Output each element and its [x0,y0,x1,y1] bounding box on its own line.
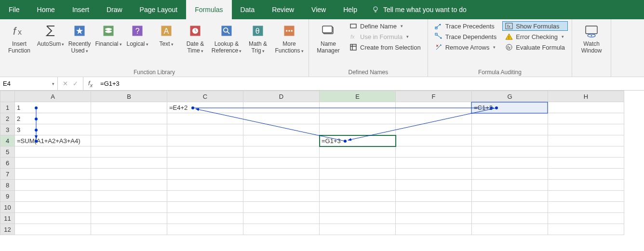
cell-d2[interactable] [243,113,320,124]
tab-data[interactable]: Data [232,0,264,19]
cell-d1[interactable] [243,102,320,113]
spreadsheet-grid[interactable]: A B C D E F G H 11=E4+2=C1+222334=SUM(A1… [0,91,644,235]
cell-g10[interactable] [472,202,548,213]
cell-f3[interactable] [396,124,472,135]
cell-g12[interactable] [472,224,548,235]
cell-f6[interactable] [396,158,472,169]
cell-b4[interactable] [91,135,167,146]
cell-h8[interactable] [548,180,624,191]
tab-insert[interactable]: Insert [64,0,98,19]
cell-f4[interactable] [396,135,472,146]
cell-b1[interactable] [91,102,167,113]
fx-icon[interactable]: fx [83,77,97,90]
trace-dependents-button[interactable]: Trace Dependents [432,32,499,41]
cell-h7[interactable] [548,169,624,180]
cell-b11[interactable] [91,213,167,224]
create-from-selection-button[interactable]: Create from Selection [347,42,424,52]
name-box[interactable]: E4 ▾ [0,77,58,90]
math-trig-button[interactable]: θ Math & Trig▾ [245,21,271,56]
cell-c2[interactable] [167,113,243,124]
cell-e10[interactable] [320,202,396,213]
cell-f5[interactable] [396,146,472,158]
cell-c9[interactable] [167,191,243,202]
cell-g5[interactable] [472,146,548,158]
cell-e1[interactable] [320,102,396,113]
cell-e2[interactable] [320,113,396,124]
row-header[interactable]: 7 [0,169,15,180]
cell-f9[interactable] [396,191,472,202]
cell-c3[interactable] [167,124,243,135]
remove-arrows-button[interactable]: Remove Arrows▾ [432,42,499,52]
watch-window-button[interactable]: Watch Window [576,21,607,56]
cell-h10[interactable] [548,202,624,213]
select-all-corner[interactable] [0,91,15,102]
cell-c5[interactable] [167,146,243,158]
cell-g6[interactable] [472,158,548,169]
cell-g1[interactable]: =C1+2 [472,102,548,113]
cell-c11[interactable] [167,213,243,224]
row-header[interactable]: 3 [0,124,15,135]
cell-h12[interactable] [548,224,624,235]
cell-d3[interactable] [243,124,320,135]
cell-g7[interactable] [472,169,548,180]
tab-view[interactable]: View [303,0,335,19]
cell-g9[interactable] [472,191,548,202]
trace-precedents-button[interactable]: Trace Precedents [432,21,499,31]
col-header-b[interactable]: B [91,91,167,102]
cell-a1[interactable]: 1 [15,102,91,113]
financial-button[interactable]: Financial▾ [95,21,121,49]
col-header-h[interactable]: H [548,91,624,102]
cell-g2[interactable] [472,113,548,124]
formula-input[interactable]: =G1+3 [97,77,644,90]
cell-a9[interactable] [15,191,91,202]
row-header[interactable]: 11 [0,213,15,224]
tab-formulas[interactable]: Formulas [186,0,231,19]
row-header[interactable]: 6 [0,158,15,169]
cell-a7[interactable] [15,169,91,180]
col-header-d[interactable]: D [243,91,320,102]
enter-icon[interactable]: ✓ [73,80,78,87]
cell-a4[interactable]: =SUM(A1+A2+A3+A4) [15,135,91,146]
insert-function-button[interactable]: fx Insert Function [4,21,35,56]
show-formulas-button[interactable]: fx Show Formulas [502,21,568,31]
cell-e12[interactable] [320,224,396,235]
cell-h6[interactable] [548,158,624,169]
cell-a5[interactable] [15,146,91,158]
col-header-f[interactable]: F [396,91,472,102]
logical-button[interactable]: ? Logical▾ [124,21,150,49]
recently-used-button[interactable]: Recently Used▾ [67,21,93,56]
row-header[interactable]: 12 [0,224,15,235]
cell-a12[interactable] [15,224,91,235]
cell-d7[interactable] [243,169,320,180]
cell-h9[interactable] [548,191,624,202]
cell-e9[interactable] [320,191,396,202]
lookup-reference-button[interactable]: Lookup & Reference▾ [211,21,242,56]
cell-c12[interactable] [167,224,243,235]
tab-help[interactable]: Help [335,0,366,19]
cell-b8[interactable] [91,180,167,191]
row-header[interactable]: 8 [0,180,15,191]
name-manager-button[interactable]: Name Manager [313,21,344,56]
cell-d9[interactable] [243,191,320,202]
cell-c1[interactable]: =E4+2 [167,102,243,113]
cell-c7[interactable] [167,169,243,180]
cell-e5[interactable] [320,146,396,158]
cell-b3[interactable] [91,124,167,135]
tell-me-search[interactable]: Tell me what you want to do [366,0,472,19]
cell-f7[interactable] [396,169,472,180]
text-button[interactable]: A Text▾ [153,21,179,49]
col-header-e[interactable]: E [320,91,396,102]
cell-d12[interactable] [243,224,320,235]
cell-e6[interactable] [320,158,396,169]
cell-c4[interactable] [167,135,243,146]
cell-h11[interactable] [548,213,624,224]
cell-e7[interactable] [320,169,396,180]
cell-b10[interactable] [91,202,167,213]
col-header-a[interactable]: A [15,91,91,102]
tab-home[interactable]: Home [28,0,64,19]
define-name-button[interactable]: Define Name▾ [347,21,424,31]
cell-h4[interactable] [548,135,624,146]
col-header-g[interactable]: G [472,91,548,102]
cell-c6[interactable] [167,158,243,169]
cell-g11[interactable] [472,213,548,224]
